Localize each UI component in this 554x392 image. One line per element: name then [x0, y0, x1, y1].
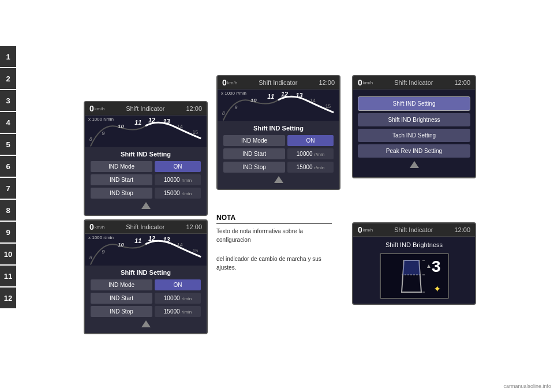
brightness-title: Shift IND Brightness	[385, 241, 443, 248]
tab-12[interactable]: 12	[0, 288, 16, 308]
svg-text:11: 11	[134, 237, 141, 244]
tab-3[interactable]: 3	[0, 90, 16, 111]
svg-text:11: 11	[267, 93, 274, 100]
svg-text:11: 11	[134, 119, 141, 126]
tab-11[interactable]: 11	[0, 266, 16, 286]
brightness-value: 3	[432, 257, 441, 276]
time-bl: 12:00	[186, 223, 202, 230]
svg-text:15: 15	[192, 248, 198, 253]
menu-item-shift-ind-brightness[interactable]: Shift IND Brightness	[358, 113, 470, 126]
tab-8[interactable]: 8	[0, 200, 16, 221]
ind-start-value-tm[interactable]: 10000 r/min	[287, 148, 334, 159]
speed-display-tm: 0	[222, 78, 227, 87]
arrow-up-tm[interactable]	[223, 175, 334, 185]
svg-text:▲: ▲	[426, 263, 432, 269]
tab-9[interactable]: 9	[0, 222, 16, 242]
svg-text:12: 12	[281, 91, 288, 98]
nota-title: NOTA	[216, 214, 332, 224]
arrow-up-tl[interactable]	[91, 201, 201, 211]
svg-text:9: 9	[102, 249, 104, 255]
screen-bottom-right-header: 0 km/h Shift Indicator 12:00	[353, 223, 475, 237]
settings-row-stop-tl[interactable]: IND Stop 15000 r/min	[91, 188, 201, 199]
tab-7[interactable]: 7	[0, 178, 16, 199]
tach-area-tl: x 1000 r/min 8 9 10 11 12 13 14 15	[85, 115, 207, 147]
screen-top-left-header: 0 km/h Shift Indicator 12:00	[85, 102, 207, 115]
svg-text:10: 10	[118, 241, 124, 248]
ind-mode-label-tl: IND Mode	[91, 161, 152, 172]
svg-text:8: 8	[89, 136, 92, 142]
ind-start-value-bl[interactable]: 10000 r/min	[155, 293, 201, 304]
settings-row-stop-bl[interactable]: IND Stop 15000 r/min	[91, 306, 201, 317]
screen-title-tr: Shift Indicator	[373, 79, 454, 86]
ind-stop-value-tl[interactable]: 15000 r/min	[155, 188, 201, 199]
settings-title-tm: Shift IND Setting	[223, 125, 334, 132]
tab-10[interactable]: 10	[0, 244, 16, 264]
svg-text:13: 13	[295, 92, 302, 99]
nota-section: NOTA Texto de nota informativa sobre la …	[216, 214, 332, 272]
screen-bottom-left: 0 km/h Shift Indicator 12:00 x 1000 r/mi…	[84, 219, 208, 334]
arrow-up-tr[interactable]	[353, 160, 475, 170]
settings-row-stop-tm[interactable]: IND Stop 15000 r/min	[223, 162, 334, 173]
watermark: carmanualsoline.info	[503, 383, 551, 389]
menu-item-shift-ind-setting[interactable]: Shift IND Setting	[358, 96, 470, 111]
svg-text:10: 10	[118, 123, 124, 129]
brightness-glass-svg: ▲	[397, 257, 432, 295]
ind-stop-value-bl[interactable]: 15000 r/min	[155, 306, 201, 317]
settings-title-tl: Shift IND Setting	[91, 151, 201, 158]
screen-top-middle: 0 km/h Shift Indicator 12:00 x 1000 r/mi…	[216, 75, 340, 190]
speed-display-br: 0	[358, 225, 362, 234]
ind-mode-label-tm: IND Mode	[223, 135, 285, 146]
svg-text:12: 12	[148, 117, 155, 124]
speed-unit-bl: km/h	[95, 225, 104, 230]
settings-row-mode-tm[interactable]: IND Mode ON	[223, 135, 334, 146]
settings-row-start-bl[interactable]: IND Start 10000 r/min	[91, 293, 201, 304]
speed-display-tr: 0	[358, 78, 362, 87]
sun-icon: ✦	[433, 283, 441, 294]
settings-row-start-tl[interactable]: IND Start 10000 r/min	[91, 174, 201, 185]
ind-mode-value-tl[interactable]: ON	[155, 161, 201, 172]
tab-1[interactable]: 1	[0, 46, 16, 67]
side-tabs: 1 2 3 4 5 6 7 8 9 10 11 12	[0, 46, 16, 308]
ind-stop-label-tl: IND Stop	[91, 188, 152, 199]
svg-text:15: 15	[192, 129, 198, 135]
ind-start-value-tl[interactable]: 10000 r/min	[155, 174, 201, 185]
time-tr: 12:00	[454, 79, 470, 86]
arrow-up-bl[interactable]	[91, 319, 201, 330]
tab-2[interactable]: 2	[0, 68, 16, 89]
tach-svg-bl: 8 9 10 11 12 13 14 15	[85, 234, 207, 266]
menu-item-tach-ind-setting[interactable]: Tach IND Setting	[358, 129, 470, 142]
tab-6[interactable]: 6	[0, 156, 16, 177]
svg-text:14: 14	[177, 124, 183, 129]
tab-5[interactable]: 5	[0, 134, 16, 155]
time-tm: 12:00	[319, 79, 335, 86]
speed-unit-tr: km/h	[363, 80, 373, 85]
screen-bottom-left-header: 0 km/h Shift Indicator 12:00	[85, 221, 207, 234]
settings-panel-tl: Shift IND Setting IND Mode ON IND Start …	[85, 147, 207, 215]
svg-text:13: 13	[163, 236, 170, 243]
ind-mode-value-bl[interactable]: ON	[155, 279, 201, 290]
tach-svg-tl: 8 9 10 11 12 13 14 15	[85, 115, 207, 147]
ind-stop-label-tm: IND Stop	[223, 162, 285, 173]
speed-unit-tl: km/h	[95, 106, 104, 111]
tach-svg-tm: 8 9 10 11 12 13 14 15	[218, 89, 339, 121]
settings-row-mode-bl[interactable]: IND Mode ON	[91, 279, 201, 290]
ind-mode-value-tm[interactable]: ON	[287, 135, 334, 146]
settings-row-mode-tl[interactable]: IND Mode ON	[91, 161, 201, 172]
tab-4[interactable]: 4	[0, 112, 16, 133]
menu-item-peak-rev-ind-setting[interactable]: Peak Rev IND Setting	[358, 144, 470, 158]
settings-panel-tm: Shift IND Setting IND Mode ON IND Start …	[218, 121, 339, 189]
screen-title-tl: Shift Indicator	[104, 105, 186, 112]
speed-unit-br: km/h	[363, 227, 373, 233]
svg-text:12: 12	[148, 235, 155, 242]
menu-panel-tr: Shift IND Setting Shift IND Brightness T…	[353, 89, 475, 177]
brightness-area: Shift IND Brightness ▲ 3 ✦	[353, 237, 475, 304]
nota-text-1: Texto de nota informativa sobre la confi…	[216, 227, 332, 244]
ind-start-label-bl: IND Start	[91, 293, 152, 304]
ind-stop-value-tm[interactable]: 15000 r/min	[287, 162, 334, 173]
time-tl: 12:00	[186, 105, 202, 112]
settings-row-start-tm[interactable]: IND Start 10000 r/min	[223, 148, 334, 159]
screen-bottom-right: 0 km/h Shift Indicator 12:00 Shift IND B…	[352, 222, 476, 305]
time-br: 12:00	[454, 226, 470, 233]
svg-text:8: 8	[222, 110, 225, 116]
tach-area-bl: x 1000 r/min 8 9 10 11 12 13 14 15	[85, 234, 207, 266]
